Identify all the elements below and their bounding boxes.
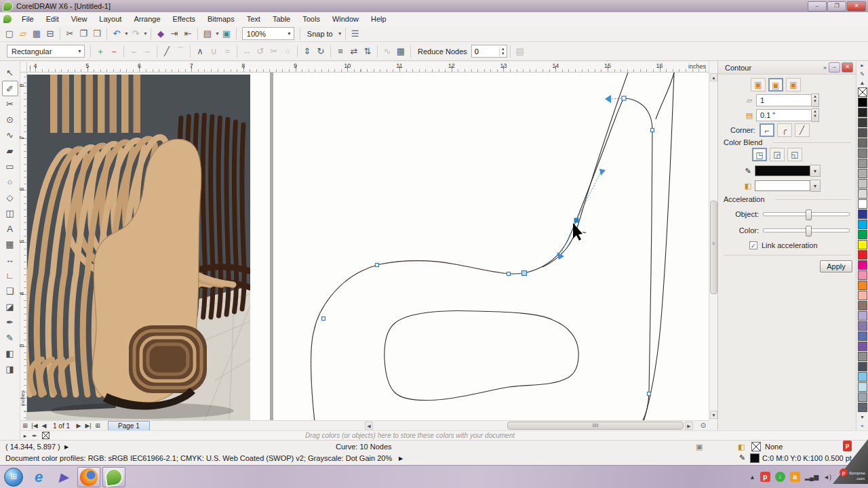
color-swatch[interactable] <box>858 372 867 382</box>
palette-scroll-icon[interactable]: « <box>856 422 868 430</box>
delete-nodes-icon[interactable]: － <box>107 45 121 58</box>
drop-shadow-tool[interactable]: ❑ <box>2 283 18 299</box>
align-nodes-icon[interactable]: ≡ <box>334 45 347 58</box>
freehand-tool[interactable]: ∿ <box>2 127 18 143</box>
screenpresso-tray-icon[interactable]: p <box>760 472 770 482</box>
volume-tray-icon[interactable]: ◄) <box>823 474 831 481</box>
download-manager-tray-icon[interactable]: ↓ <box>775 472 785 482</box>
spinner-arrows-icon[interactable]: ▲▼ <box>499 47 507 56</box>
flyout-icon[interactable]: ▶ <box>64 444 68 450</box>
undo-icon[interactable]: ↶ <box>110 27 123 41</box>
drawing-canvas[interactable]: ~ <box>27 73 709 420</box>
chevron-down-icon[interactable]: ▼ <box>124 31 129 36</box>
color-swatch[interactable] <box>858 220 867 229</box>
vertical-scroll-thumb[interactable] <box>710 201 717 294</box>
menu-edit[interactable]: Edit <box>40 14 65 24</box>
corner-round-button[interactable]: ╭ <box>777 123 792 137</box>
eyedropper-tool[interactable]: ✒ <box>2 314 18 330</box>
minimize-button[interactable]: – <box>808 1 827 12</box>
color-swatch[interactable] <box>858 281 867 290</box>
chevron-down-icon[interactable]: ▼ <box>810 180 821 192</box>
hidden-icons-button[interactable]: ▲ <box>749 474 755 481</box>
chevron-down-icon[interactable]: ▼ <box>338 31 342 36</box>
zoom-page-icon[interactable]: ⊙ <box>698 421 708 430</box>
menu-file[interactable]: File <box>16 14 40 24</box>
spinner-arrows-icon[interactable]: ▲▼ <box>812 108 819 122</box>
contour-outside-button[interactable]: ▣ <box>786 78 801 92</box>
contour-to-center-button[interactable]: ▣ <box>751 78 766 92</box>
menu-bitmaps[interactable]: Bitmaps <box>201 14 241 24</box>
scroll-right-icon[interactable]: ▶ <box>685 422 693 430</box>
network-tray-icon[interactable]: ▂▄▆ <box>805 474 818 481</box>
preset-combo[interactable]: Rectangular▼ <box>7 45 85 58</box>
color-swatch[interactable] <box>858 108 867 117</box>
color-accel-slider[interactable] <box>763 228 850 232</box>
color-swatch[interactable] <box>858 179 867 188</box>
color-swatch[interactable] <box>858 209 867 219</box>
menu-tools[interactable]: Tools <box>296 14 326 24</box>
color-swatch[interactable] <box>858 270 867 280</box>
options-icon[interactable]: ☰ <box>349 27 362 41</box>
color-swatch[interactable] <box>858 403 867 412</box>
new-document-icon[interactable]: ▢ <box>3 27 16 41</box>
welcome-screen-icon[interactable]: ▣ <box>220 27 233 41</box>
color-swatch[interactable] <box>858 321 867 331</box>
palette-scroll-icon[interactable]: ▲ <box>856 79 868 87</box>
start-button[interactable]: ⊞ <box>2 467 25 487</box>
chair-photo-object[interactable] <box>27 75 250 420</box>
color-swatch[interactable] <box>858 331 867 341</box>
transparency-tool[interactable]: ◪ <box>2 299 18 314</box>
shape-tool[interactable]: ✐ <box>2 81 18 96</box>
no-color-swatch[interactable] <box>858 87 867 97</box>
vector-trace-object[interactable]: ~ <box>251 73 709 420</box>
restore-button[interactable]: ❐ <box>827 1 846 12</box>
menu-text[interactable]: Text <box>241 14 267 24</box>
docker-flyout-icon[interactable]: » <box>823 64 827 71</box>
text-tool[interactable]: A <box>2 221 18 237</box>
menu-effects[interactable]: Effects <box>167 14 201 24</box>
import-icon[interactable]: ⇥ <box>167 27 181 41</box>
connector-tool[interactable]: ∟ <box>2 268 18 283</box>
horizontal-scroll-thumb[interactable]: ⦀⦀⦀ <box>507 422 684 430</box>
color-swatch[interactable] <box>858 128 867 138</box>
menu-table[interactable]: Table <box>267 14 296 24</box>
crop-tool[interactable]: ✂ <box>2 96 18 112</box>
blend-clockwise-button[interactable]: ◲ <box>770 148 785 161</box>
color-swatch[interactable] <box>858 342 867 351</box>
color-swatch[interactable] <box>858 240 867 249</box>
color-swatch[interactable] <box>858 159 867 168</box>
rectangle-tool[interactable]: ▭ <box>2 159 18 174</box>
selected-node[interactable] <box>574 218 579 223</box>
ruler-origin[interactable] <box>20 62 27 73</box>
color-swatch[interactable] <box>858 392 867 402</box>
color-swatch[interactable] <box>858 148 867 158</box>
chevron-down-icon[interactable]: ▼ <box>215 31 220 36</box>
color-swatch[interactable] <box>858 301 867 310</box>
flyout-icon[interactable]: ▸ <box>20 432 30 439</box>
outline-color-swatch[interactable] <box>755 165 810 176</box>
contour-offset-input[interactable]: 0.1 " <box>756 109 812 121</box>
redo-icon[interactable]: ↷ <box>129 27 142 41</box>
docker-close-button[interactable]: ✕ <box>842 62 853 73</box>
reduce-nodes-spinner[interactable]: ▲▼ <box>471 45 507 58</box>
color-swatch[interactable] <box>858 189 867 199</box>
apply-button[interactable]: Apply <box>820 260 852 272</box>
horizontal-scrollbar[interactable]: ◀ ⦀⦀⦀ ▶ <box>365 422 700 430</box>
rotate-nodes-icon[interactable]: ↻ <box>314 45 328 58</box>
application-launcher-icon[interactable]: ▤ <box>201 27 214 41</box>
eyedropper-icon[interactable]: ✒ <box>30 432 39 439</box>
color-swatch[interactable] <box>858 230 867 239</box>
vertical-scrollbar[interactable]: ▲ ▼ <box>709 61 717 420</box>
search-content-icon[interactable]: ◆ <box>154 27 167 41</box>
scroll-left-icon[interactable]: ◀ <box>365 422 373 430</box>
menu-layout[interactable]: Layout <box>93 14 127 24</box>
first-page-icon[interactable]: |◀ <box>30 422 39 429</box>
hole-outline-path[interactable] <box>384 311 578 401</box>
palette-scroll-icon[interactable]: ▸ <box>856 61 868 70</box>
color-swatch[interactable] <box>858 352 867 361</box>
polygon-tool[interactable]: ◇ <box>2 190 18 205</box>
color-swatch[interactable] <box>858 98 867 107</box>
cusp-node-icon[interactable]: ∧ <box>193 45 207 58</box>
smart-fill-tool[interactable]: ▰ <box>2 143 18 159</box>
stretch-nodes-icon[interactable]: ⇕ <box>300 45 314 58</box>
